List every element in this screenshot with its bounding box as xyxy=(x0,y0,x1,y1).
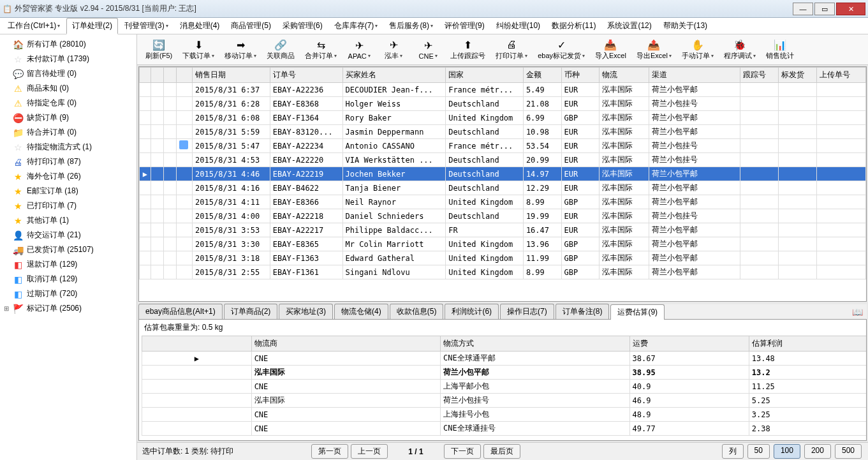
next-page-button[interactable]: 下一页 xyxy=(444,444,481,459)
col-header[interactable]: 渠道 xyxy=(649,68,740,83)
toolbtn-下载订单[interactable]: ⬇下载订单▾ xyxy=(178,36,219,64)
sidebar-item[interactable]: ◧取消订单 (129) xyxy=(1,272,135,286)
sidebar-item[interactable]: 📁待合并订单 (0) xyxy=(1,125,135,140)
detail-tab[interactable]: ebay商品信息(Alt+1) xyxy=(138,304,223,319)
col-header[interactable]: 物流 xyxy=(600,68,649,83)
table-row[interactable]: 2015/8/31 6:08EBAY-F1364Rory BakerUnited… xyxy=(140,111,866,125)
table-row[interactable]: 2015/8/31 5:59EBAY-83120...Jasmin Depper… xyxy=(140,125,866,139)
col-header[interactable]: 销售日期 xyxy=(193,68,270,83)
table-row[interactable]: 2015/8/31 4:16EBAY-B4622Tanja BienerDeut… xyxy=(140,181,866,195)
detail-tab[interactable]: 订单商品(2) xyxy=(224,304,278,319)
col-header[interactable] xyxy=(151,68,163,83)
col-header[interactable]: 国家 xyxy=(446,68,524,83)
toolbtn-程序调试[interactable]: 🐞程序调试▾ xyxy=(719,36,760,64)
table-row[interactable]: CNECNE全球通挂号49.772.38 xyxy=(142,422,867,436)
col-header[interactable]: 上传单号 xyxy=(816,68,866,83)
detail-tab[interactable]: 订单备注(8) xyxy=(555,304,610,319)
col-header[interactable]: 买家姓名 xyxy=(342,68,446,83)
freight-grid[interactable]: 物流商物流方式运费估算利润▶CNECNE全球通平邮38.6713.48泓丰国际荷… xyxy=(142,336,867,436)
sidebar-item[interactable]: 🏠所有订单 (28010) xyxy=(1,37,135,52)
sidebar-item[interactable]: ⚠商品未知 (0) xyxy=(1,81,135,96)
sidebar-item[interactable]: ★已打印订单 (7) xyxy=(1,198,135,213)
sidebar-item[interactable]: ★海外仓订单 (26) xyxy=(1,169,135,184)
menu-工作台(Ctrl+1)[interactable]: 工作台(Ctrl+1)▾ xyxy=(3,19,65,33)
sidebar-item[interactable]: ◧退款订单 (129) xyxy=(1,257,135,272)
sidebar-item[interactable]: ☆待指定物流方式 (1) xyxy=(1,140,135,154)
close-button[interactable]: ✕ xyxy=(836,3,865,15)
toolbtn-CNE[interactable]: ✈CNE▾ xyxy=(411,36,445,64)
table-row[interactable]: CNE上海挂号小包48.93.25 xyxy=(142,408,867,422)
toolbtn-导入Excel[interactable]: 📥导入Excel xyxy=(591,36,631,64)
toolbtn-打印订单[interactable]: 🖨打印订单▾ xyxy=(491,36,532,64)
toolbtn-上传跟踪号[interactable]: ⬆上传跟踪号 xyxy=(446,36,490,64)
toolbtn-导出Excel[interactable]: 📤导出Excel▾ xyxy=(632,36,676,64)
menu-系统设置(12)[interactable]: 系统设置(12) xyxy=(602,19,656,33)
sidebar-item[interactable]: ⛔缺货订单 (9) xyxy=(1,110,135,125)
sidebar-item[interactable]: ★其他订单 (1) xyxy=(1,213,135,228)
col-header[interactable]: 币种 xyxy=(561,68,600,83)
menu-帮助关于(13)[interactable]: 帮助关于(13) xyxy=(658,19,712,33)
col-header[interactable]: 订单号 xyxy=(270,68,342,83)
detail-tab[interactable]: 利润统计(6) xyxy=(445,304,499,319)
maximize-button[interactable]: ▭ xyxy=(814,3,835,15)
order-grid[interactable]: 销售日期订单号买家姓名国家金额币种物流渠道跟踪号标发货上传单号2015/8/31… xyxy=(138,66,867,302)
toolbtn-合并订单[interactable]: ⇆合并订单▾ xyxy=(300,36,341,64)
last-page-button[interactable]: 最后页 xyxy=(483,444,520,459)
col-header[interactable]: 物流方式 xyxy=(441,336,629,352)
prev-page-button[interactable]: 上一页 xyxy=(351,444,388,459)
menu-商品管理(5)[interactable]: 商品管理(5) xyxy=(226,19,276,33)
table-row[interactable]: 泓丰国际荷兰小包挂号46.95.25 xyxy=(142,394,867,408)
table-row[interactable]: 2015/8/31 3:53EBAY-A22217Philippe Baldac… xyxy=(140,223,866,237)
col-header[interactable] xyxy=(176,68,192,83)
table-row[interactable]: 2015/8/31 4:00EBAY-A22218Daniel Schniede… xyxy=(140,209,866,223)
toolbtn-关联商品[interactable]: 🔗关联商品 xyxy=(262,36,299,64)
table-row[interactable]: ▶2015/8/31 4:46EBAY-A22219Jochen BekkerD… xyxy=(140,167,866,181)
detail-tab[interactable]: 运费估算(9) xyxy=(610,304,665,320)
menu-评价管理(9)[interactable]: 评价管理(9) xyxy=(439,19,490,33)
menu-订单处理(2)[interactable]: 订单处理(2) xyxy=(66,18,118,34)
col-header[interactable] xyxy=(163,68,176,83)
book-icon[interactable]: 📖 xyxy=(848,305,867,319)
table-row[interactable]: 2015/8/31 3:18EBAY-F1363Edward GatheralU… xyxy=(140,251,866,265)
table-row[interactable]: 2015/8/31 6:28EBAY-E8368Holger WeissDeut… xyxy=(140,97,866,111)
pagesize-200[interactable]: 200 xyxy=(804,444,831,459)
sidebar-item[interactable]: 👤待交运订单 (21) xyxy=(1,228,135,242)
toolbtn-刷新(F5)[interactable]: 🔄刷新(F5) xyxy=(141,36,177,64)
col-header[interactable]: 金额 xyxy=(523,68,561,83)
sidebar-item[interactable]: ★E邮宝订单 (18) xyxy=(1,184,135,198)
pagesize-500[interactable]: 500 xyxy=(835,444,862,459)
table-row[interactable]: 2015/8/31 3:30EBAY-E8365Mr Colin Marriot… xyxy=(140,237,866,251)
col-header[interactable]: 标发货 xyxy=(778,68,816,83)
detail-tab[interactable]: 收款信息(5) xyxy=(390,304,444,319)
col-header[interactable]: 跟踪号 xyxy=(740,68,779,83)
minimize-button[interactable]: — xyxy=(793,3,813,15)
detail-tab[interactable]: 物流仓储(4) xyxy=(334,304,388,319)
sidebar-item[interactable]: ☆未付款订单 (1739) xyxy=(1,52,135,66)
menu-采购管理(6)[interactable]: 采购管理(6) xyxy=(277,19,328,33)
menu-仓库库存(7)[interactable]: 仓库库存(7)▾ xyxy=(329,19,383,33)
detail-tab[interactable]: 操作日志(7) xyxy=(500,304,554,319)
table-row[interactable]: 2015/8/31 5:47EBAY-A22234Antonio CASSANO… xyxy=(140,139,866,153)
toolbtn-手动订单[interactable]: ✋手动订单▾ xyxy=(677,36,718,64)
table-row[interactable]: 2015/8/31 4:11EBAY-E8366Neil RaynorUnite… xyxy=(140,195,866,209)
toolbtn-泓丰[interactable]: ✈泓丰▾ xyxy=(377,36,410,64)
sidebar-item[interactable]: ⚠待指定仓库 (0) xyxy=(1,96,135,110)
first-page-button[interactable]: 第一页 xyxy=(311,444,348,459)
toolbtn-APAC[interactable]: ✈APAC▾ xyxy=(342,36,376,64)
table-row[interactable]: 2015/8/31 4:53EBAY-A22220VIA Werkstätten… xyxy=(140,153,866,167)
col-header[interactable]: 运费 xyxy=(629,336,749,352)
table-row[interactable]: 2015/8/31 6:37EBAY-A22236DECOUDIER Jean-… xyxy=(140,83,866,97)
toolbtn-ebay标记发货[interactable]: ✓ebay标记发货▾ xyxy=(533,36,589,64)
col-header[interactable]: 估算利润 xyxy=(749,336,867,352)
sidebar-item[interactable]: 🚚已发货订单 (25107) xyxy=(1,242,135,257)
menu-数据分析(11)[interactable]: 数据分析(11) xyxy=(547,19,601,33)
sidebar-item[interactable]: ⊞🚩标记订单 (2506) xyxy=(1,301,135,316)
sidebar-item[interactable]: 🖨待打印订单 (87) xyxy=(1,154,135,169)
menu-刊登管理(3)[interactable]: 刊登管理(3)▾ xyxy=(119,19,173,33)
col-header[interactable] xyxy=(142,336,252,352)
pagesize-50[interactable]: 50 xyxy=(747,444,770,459)
pagesize-100[interactable]: 100 xyxy=(774,444,800,459)
table-row[interactable]: CNE上海平邮小包40.911.25 xyxy=(142,380,867,394)
col-header[interactable] xyxy=(140,68,151,83)
menu-消息处理(4)[interactable]: 消息处理(4) xyxy=(175,19,225,33)
